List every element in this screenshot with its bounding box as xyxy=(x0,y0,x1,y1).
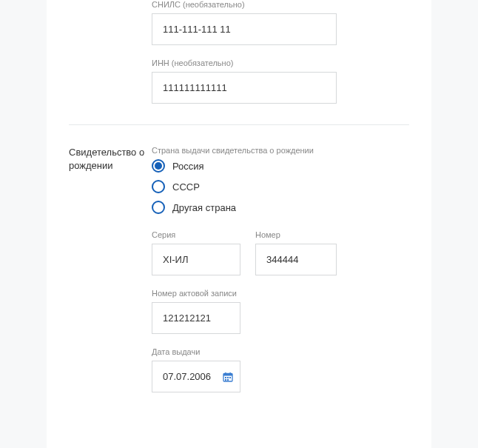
record-input[interactable] xyxy=(152,302,240,334)
row-series-number: Серия Номер xyxy=(152,230,409,289)
radio-ussr-circle xyxy=(152,180,165,193)
field-record: Номер актовой записи xyxy=(152,289,409,334)
radio-russia-label: Россия xyxy=(172,161,204,172)
birth-cert-left: Свидетельство о рождении xyxy=(69,146,152,406)
field-issue-date: Дата выдачи xyxy=(152,347,409,392)
birth-cert-right: Страна выдачи свидетельства о рождении Р… xyxy=(152,146,409,406)
inn-input[interactable] xyxy=(152,72,337,104)
section-birth-cert: Свидетельство о рождении Страна выдачи с… xyxy=(47,146,431,406)
field-series: Серия xyxy=(152,230,240,275)
radio-ussr-label: СССР xyxy=(172,181,200,193)
series-label: Серия xyxy=(152,230,240,239)
field-inn: ИНН (необязательно) xyxy=(152,58,409,104)
radio-other-label: Другая страна xyxy=(172,202,236,213)
number-label: Номер xyxy=(255,230,337,239)
radio-other-circle xyxy=(152,201,165,214)
field-country: Страна выдачи свидетельства о рождении Р… xyxy=(152,146,409,214)
number-input[interactable] xyxy=(255,244,337,275)
snils-label: СНИЛС (необязательно) xyxy=(152,0,409,9)
inn-label: ИНН (необязательно) xyxy=(152,58,409,67)
field-number: Номер xyxy=(255,230,337,275)
radio-ussr[interactable]: СССР xyxy=(152,180,409,193)
issue-date-input[interactable] xyxy=(152,361,240,392)
series-input[interactable] xyxy=(152,244,240,275)
country-radio-group: Россия СССР Другая страна xyxy=(152,159,409,214)
radio-russia[interactable]: Россия xyxy=(152,159,409,173)
radio-russia-circle xyxy=(152,159,165,173)
section-divider xyxy=(69,124,409,125)
form-page: СНИЛС (необязательно) ИНН (необязательно… xyxy=(47,0,431,448)
issue-date-label: Дата выдачи xyxy=(152,347,409,356)
radio-other[interactable]: Другая страна xyxy=(152,201,409,214)
birth-cert-title: Свидетельство о рождении xyxy=(69,146,152,173)
section-ids-right: СНИЛС (необязательно) ИНН (необязательно… xyxy=(152,0,409,117)
section-ids-left xyxy=(69,0,152,117)
section-ids: СНИЛС (необязательно) ИНН (необязательно… xyxy=(47,0,431,117)
field-snils: СНИЛС (необязательно) xyxy=(152,0,409,45)
snils-input[interactable] xyxy=(152,13,337,45)
issue-date-wrap xyxy=(152,361,240,392)
country-label: Страна выдачи свидетельства о рождении xyxy=(152,146,409,155)
record-label: Номер актовой записи xyxy=(152,289,409,298)
